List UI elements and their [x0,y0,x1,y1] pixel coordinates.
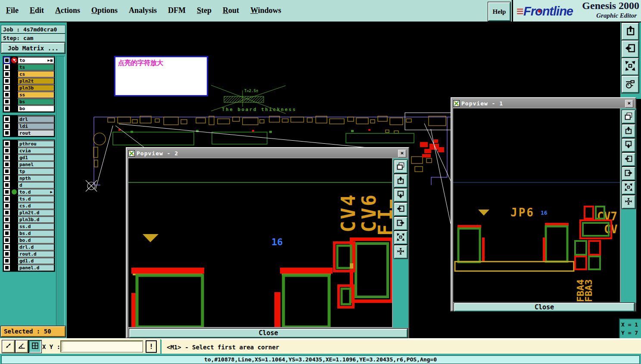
layer-visibility-checkbox[interactable] [4,265,10,271]
help-menu-item[interactable]: Help [488,2,510,21]
layer-row-rout.d[interactable]: rout.d [3,250,54,257]
center-button[interactable] [622,195,635,209]
pan-left-button[interactable] [622,153,635,166]
layer-visibility-checkbox[interactable] [4,182,10,188]
layer-visibility-checkbox[interactable] [4,230,10,236]
pan-down-button[interactable] [394,188,408,202]
window-copy-button[interactable] [622,110,635,123]
alert-button[interactable]: ! [146,340,157,353]
layer-row-ts[interactable]: ts [3,64,54,71]
layer-visibility-checkbox[interactable] [4,99,10,105]
layer-row-bs[interactable]: bs [3,98,54,105]
layer-visibility-checkbox[interactable] [4,85,10,91]
layer-row-gd1.d[interactable]: gd1.d [3,257,54,264]
menu-item-analysis[interactable]: Analysis [129,6,157,15]
layer-visibility-checkbox[interactable] [4,244,10,250]
layer-visibility-checkbox[interactable] [4,57,10,63]
pan-left-button[interactable] [622,40,639,58]
layer-visibility-checkbox[interactable] [4,116,10,122]
menu-item-options[interactable]: Options [91,6,118,15]
page-up-button[interactable] [622,23,639,40]
layer-visibility-checkbox[interactable] [4,130,10,136]
layer-visibility-checkbox[interactable] [4,168,10,174]
layer-row-cs.d[interactable]: cs.d [3,202,54,209]
layer-visibility-checkbox[interactable] [4,175,10,181]
layer-visibility-checkbox[interactable] [4,196,10,202]
layer-row-gd1[interactable]: gd1 [3,154,54,161]
tools-button[interactable] [622,76,639,93]
window-menu-icon[interactable] [453,100,460,107]
pan-right-button[interactable] [622,167,635,180]
layer-row-pln3b[interactable]: pln3b [3,84,54,91]
layer-row-panel.d[interactable]: panel.d [3,264,54,271]
layer-row-tp[interactable]: tp [3,168,54,175]
layer-list-scrollbar[interactable] [56,56,65,326]
layer-visibility-checkbox[interactable] [4,251,10,257]
xy-coordinate-input[interactable] [61,341,143,352]
layer-visibility-checkbox[interactable] [4,71,10,77]
layer-row-to[interactable]: to▶▦ [3,57,54,64]
layer-row-cvia[interactable]: cvia [3,147,54,154]
layer-row-bs.d[interactable]: bs.d [3,230,54,237]
popview-1-canvas[interactable]: JP6 16 CV7 CV [453,108,620,302]
menu-item-rout[interactable]: Rout [223,6,239,15]
menu-item-actions[interactable]: Actions [55,6,80,15]
layer-row-pln2t.d[interactable]: pln2t.d [3,209,54,216]
center-button[interactable] [394,245,408,259]
layer-row-pln3b.d[interactable]: pln3b.d [3,216,54,223]
layer-visibility-checkbox[interactable] [4,203,10,209]
layer-visibility-checkbox[interactable] [4,189,10,195]
layer-visibility-checkbox[interactable] [4,237,10,243]
expand-button[interactable] [394,231,408,244]
layer-visibility-checkbox[interactable] [4,154,10,160]
layer-row-to.d[interactable]: to.d▶ [3,188,54,195]
popview-2-canvas[interactable]: CV4 CV6 FI F 16 [128,158,392,327]
pan-up-button[interactable] [622,124,635,138]
layer-row-bo.d[interactable]: bo.d [3,237,54,244]
popview-1-close-button[interactable]: Close [454,303,635,312]
job-matrix-button[interactable]: Job Matrix ... [1,43,65,53]
popview-1-titlebar[interactable]: Popview - 1 × [452,99,635,108]
layer-visibility-checkbox[interactable] [4,92,10,98]
popview-2-titlebar[interactable]: Popview - 2 × [128,149,408,157]
layer-visibility-checkbox[interactable] [4,161,10,167]
layer-row-ts.d[interactable]: ts.d [3,195,54,202]
layer-visibility-checkbox[interactable] [4,78,10,84]
pan-right-button[interactable] [394,217,408,230]
menu-item-step[interactable]: Step [197,6,212,15]
expand-button[interactable] [622,58,639,75]
pan-up-button[interactable] [394,174,408,188]
layer-visibility-checkbox[interactable] [4,258,10,264]
window-menu-icon[interactable] [128,150,135,157]
menu-item-dfm[interactable]: DFM [168,6,186,15]
layer-visibility-checkbox[interactable] [4,223,10,229]
layer-row-bo[interactable]: bo [3,105,54,112]
layer-row-npth[interactable]: npth [3,175,54,182]
layer-row-rout[interactable]: rout [3,130,54,136]
menu-item-windows[interactable]: Windows [250,6,281,15]
menu-item-edit[interactable]: Edit [30,6,44,15]
layer-visibility-checkbox[interactable] [4,216,10,222]
window-copy-button[interactable] [394,160,408,173]
pan-left-button[interactable] [394,203,408,216]
expand-button[interactable] [622,181,635,194]
layer-row-ss[interactable]: ss [3,91,54,98]
menu-item-file[interactable]: File [6,6,19,15]
layer-row-d[interactable]: d [3,182,54,188]
close-window-icon[interactable]: × [625,100,633,108]
layer-row-drl.d[interactable]: drl.d [3,244,54,250]
measure-button[interactable] [2,340,15,353]
layer-visibility-checkbox[interactable] [4,141,10,147]
layer-visibility-checkbox[interactable] [4,105,10,111]
layer-row-pthrou[interactable]: pthrou [3,140,54,147]
layer-visibility-checkbox[interactable] [4,123,10,129]
layer-row-cs[interactable]: cs [3,71,54,77]
layer-row-panel[interactable]: panel [3,161,54,168]
close-window-icon[interactable]: × [398,150,406,157]
popview-2-close-button[interactable]: Close [129,329,408,338]
layer-row-ldi[interactable]: ldi [3,123,54,130]
angle-button[interactable] [16,340,28,353]
pan-down-button[interactable] [622,139,635,152]
layer-visibility-checkbox[interactable] [4,64,10,70]
layer-visibility-checkbox[interactable] [4,210,10,216]
